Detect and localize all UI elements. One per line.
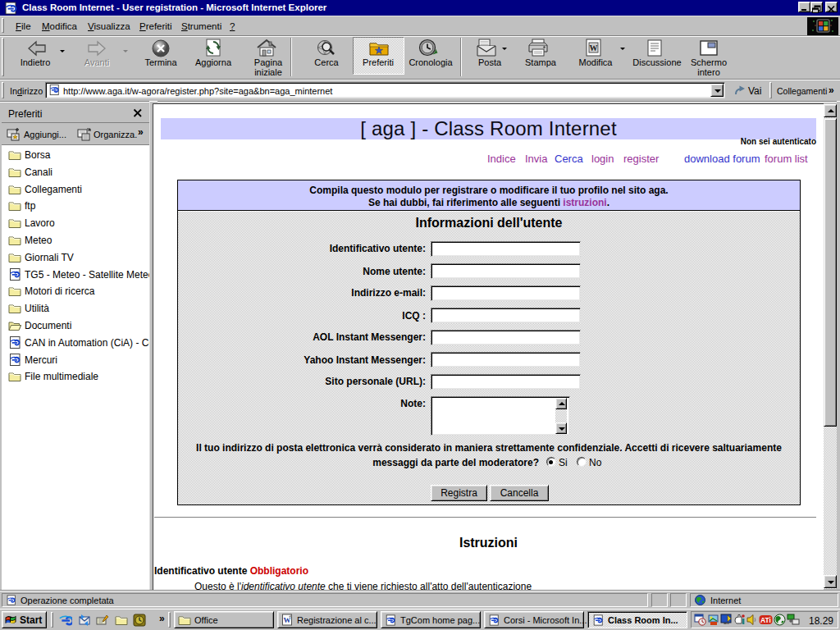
svg-text:ATi: ATi — [760, 616, 771, 624]
svg-text:W: W — [284, 616, 291, 624]
svg-text:W: W — [590, 43, 598, 52]
